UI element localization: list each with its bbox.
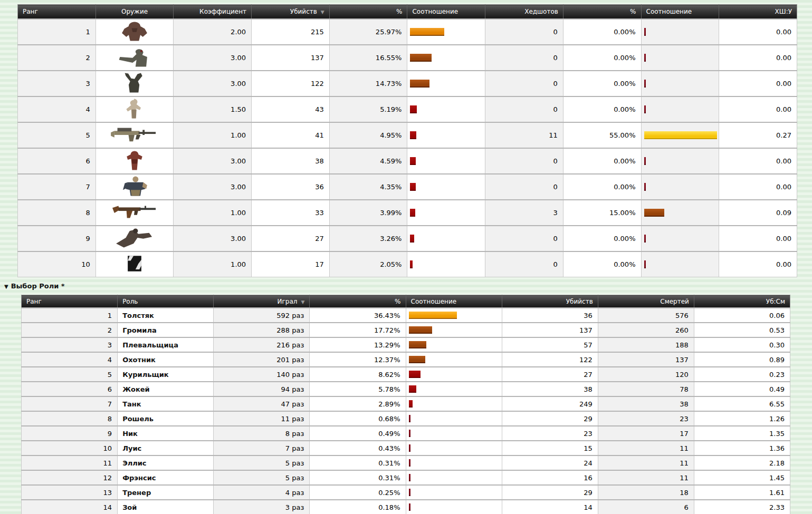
rank-cell: 2 xyxy=(18,45,96,71)
hs-per-kill-cell: 0.00 xyxy=(719,71,797,96)
kills-ratio-bar-cell xyxy=(407,19,485,45)
column-header-8[interactable]: % xyxy=(563,5,641,20)
weapon-image-cell xyxy=(95,96,174,122)
coefficient-cell: 1.00 xyxy=(174,200,252,226)
kills-ratio-bar-cell xyxy=(407,174,485,200)
deaths-cell: 23 xyxy=(598,411,694,426)
deaths-cell: 188 xyxy=(598,337,694,352)
kills-percent-cell: 3.99% xyxy=(329,200,407,226)
column-header-10[interactable]: ХШ:У xyxy=(719,5,797,20)
column-header-1[interactable]: Ранг xyxy=(22,295,118,308)
kills-cell: 27 xyxy=(502,367,598,382)
role-name-cell: Громила xyxy=(118,323,214,337)
column-header-7[interactable]: Смертей xyxy=(598,295,694,308)
weapon-row: 12.0021525.97%00.00%0.00 xyxy=(18,19,797,45)
kills-cell: 15 xyxy=(502,441,598,455)
percentage-bar xyxy=(644,54,646,62)
column-header-2[interactable]: Роль xyxy=(118,295,214,308)
roles-section-header[interactable]: ▼Выбор Роли * xyxy=(4,282,812,290)
percentage-bar xyxy=(644,131,717,139)
column-header-1[interactable]: Ранг xyxy=(18,5,96,20)
column-header-5[interactable]: % xyxy=(329,5,407,20)
column-header-7[interactable]: Хедшотов xyxy=(485,5,563,20)
headshot-ratio-bar-cell xyxy=(641,45,719,71)
kills-cell: 29 xyxy=(502,485,598,500)
percentage-bar xyxy=(410,183,416,191)
infected-zombie-icon xyxy=(110,165,159,173)
rank-cell: 3 xyxy=(18,71,96,96)
column-header-4[interactable]: Убийств▼ xyxy=(252,5,330,20)
role-row: 5Курильщик140 раз8.62%271200.23 xyxy=(22,367,790,382)
roles-section-title: Выбор Роли * xyxy=(11,282,65,290)
kills-cell: 33 xyxy=(252,200,330,226)
kill-death-ratio-cell: 1.36 xyxy=(694,441,790,455)
kills-ratio-bar-cell xyxy=(407,122,485,148)
percentage-bar xyxy=(409,371,421,378)
times-played-cell: 201 раз xyxy=(214,352,310,367)
column-header-3[interactable]: Играл▼ xyxy=(214,295,310,308)
headshot-percent-cell: 0.00% xyxy=(563,148,641,174)
deaths-cell: 260 xyxy=(598,323,694,337)
kills-ratio-bar-cell xyxy=(407,45,485,71)
rank-cell: 11 xyxy=(22,455,118,470)
kills-percent-cell: 4.59% xyxy=(329,148,407,174)
role-row: 7Танк47 раз2.89%249386.55 xyxy=(22,396,790,411)
percentage-bar xyxy=(409,474,410,481)
rank-cell: 9 xyxy=(18,226,96,251)
column-header-8[interactable]: Уб:См xyxy=(694,295,790,308)
headshot-ratio-bar-cell xyxy=(641,148,719,174)
headshot-ratio-bar-cell xyxy=(641,200,719,226)
percentage-bar xyxy=(410,105,417,113)
rank-cell: 4 xyxy=(22,352,118,367)
percentage-bar xyxy=(410,131,416,139)
percentage-bar xyxy=(409,459,410,467)
kill-death-ratio-cell: 0.53 xyxy=(694,323,790,337)
times-played-cell: 47 раз xyxy=(214,396,310,411)
column-header-6[interactable]: Убийств xyxy=(502,295,598,308)
role-name-cell: Эллис xyxy=(118,455,214,470)
played-percent-cell: 12.37% xyxy=(310,352,406,367)
role-row: 11Эллис5 раз0.31%24112.18 xyxy=(22,455,790,470)
role-row: 9Ник8 раз0.49%23171.35 xyxy=(22,426,790,441)
played-percent-cell: 13.29% xyxy=(310,337,406,352)
role-row: 13Тренер4 раз0.25%29181.61 xyxy=(22,485,790,500)
played-percent-cell: 36.43% xyxy=(310,308,406,323)
column-header-6[interactable]: Соотношение xyxy=(407,5,485,20)
hs-per-kill-cell: 0.00 xyxy=(719,226,797,251)
percentage-bar xyxy=(410,28,444,36)
kills-cell: 41 xyxy=(252,122,330,148)
percentage-bar xyxy=(410,80,429,88)
percentage-bar xyxy=(410,157,416,165)
deaths-cell: 18 xyxy=(598,485,694,500)
kills-percent-cell: 2.05% xyxy=(329,251,407,277)
weapon-image-cell xyxy=(95,251,174,277)
deaths-cell: 6 xyxy=(598,500,694,514)
played-ratio-bar-cell xyxy=(406,308,502,323)
played-percent-cell: 0.25% xyxy=(310,485,406,500)
kills-cell: 16 xyxy=(502,470,598,485)
kills-ratio-bar-cell xyxy=(407,251,485,277)
kills-ratio-bar-cell xyxy=(407,148,485,174)
headshots-cell: 0 xyxy=(485,96,563,122)
sort-descending-icon: ▼ xyxy=(301,299,304,305)
column-header-4[interactable]: % xyxy=(310,295,406,308)
column-header-2[interactable]: Оружие xyxy=(95,5,174,20)
hs-per-kill-cell: 0.00 xyxy=(719,148,797,174)
role-name-cell: Тренер xyxy=(118,485,214,500)
kills-percent-cell: 5.19% xyxy=(329,96,407,122)
role-name-cell: Охотник xyxy=(118,352,214,367)
headshot-percent-cell: 0.00% xyxy=(563,19,641,45)
played-percent-cell: 0.49% xyxy=(310,426,406,441)
role-name-cell: Зой xyxy=(118,500,214,514)
deaths-cell: 576 xyxy=(598,308,694,323)
column-header-3[interactable]: Коэффициент xyxy=(174,5,252,20)
hs-per-kill-cell: 0.09 xyxy=(719,200,797,226)
column-header-5[interactable]: Соотношение xyxy=(406,295,502,308)
kills-ratio-bar-cell xyxy=(407,200,485,226)
kill-death-ratio-cell: 2.33 xyxy=(694,500,790,514)
role-name-cell: Луис xyxy=(118,441,214,455)
column-header-9[interactable]: Соотношение xyxy=(641,5,719,20)
role-row: 10Луис7 раз0.43%15111.36 xyxy=(22,441,790,455)
hs-per-kill-cell: 0.27 xyxy=(719,122,797,148)
smoker-zombie-icon xyxy=(110,62,159,70)
